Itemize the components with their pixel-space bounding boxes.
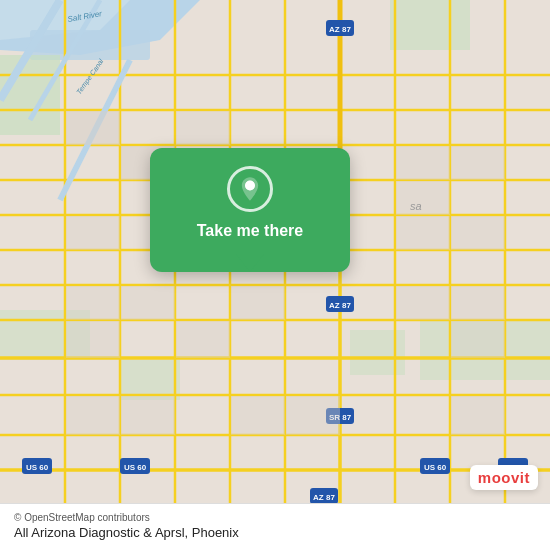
svg-rect-63 <box>451 216 505 250</box>
svg-rect-8 <box>350 330 405 375</box>
location-pin-icon <box>227 166 273 212</box>
svg-rect-71 <box>451 321 505 358</box>
popup-arrow <box>236 254 264 272</box>
svg-rect-58 <box>451 146 505 180</box>
svg-rect-72 <box>66 396 120 435</box>
svg-rect-68 <box>451 286 505 320</box>
svg-text:US 60: US 60 <box>424 463 447 472</box>
svg-rect-4 <box>0 55 60 135</box>
svg-rect-74 <box>231 396 285 435</box>
svg-text:AZ 87: AZ 87 <box>329 25 351 34</box>
svg-rect-66 <box>231 286 285 320</box>
map-container: AZ 87 AZ 87 SR 87 US 60 US 60 US 60 US 6… <box>0 0 550 550</box>
svg-rect-73 <box>121 396 175 435</box>
svg-rect-57 <box>396 146 450 180</box>
copyright-text: © OpenStreetMap contributors <box>14 512 536 523</box>
svg-text:AZ 87: AZ 87 <box>313 493 335 502</box>
svg-rect-60 <box>66 216 120 250</box>
svg-rect-53 <box>66 111 120 145</box>
moovit-logo: moovit <box>470 465 538 490</box>
svg-text:US 60: US 60 <box>26 463 49 472</box>
svg-rect-65 <box>121 286 175 320</box>
svg-text:sa: sa <box>410 200 422 212</box>
svg-rect-55 <box>176 111 230 145</box>
svg-rect-76 <box>451 396 505 435</box>
popup-card[interactable]: Take me there <box>150 148 350 272</box>
svg-rect-67 <box>396 286 450 320</box>
svg-rect-75 <box>286 396 340 435</box>
moovit-label: moovit <box>478 469 530 486</box>
svg-text:AZ 87: AZ 87 <box>329 301 351 310</box>
take-me-there-button[interactable]: Take me there <box>197 222 303 240</box>
svg-text:US 60: US 60 <box>124 463 147 472</box>
map-background: AZ 87 AZ 87 SR 87 US 60 US 60 US 60 US 6… <box>0 0 550 550</box>
bottom-bar: © OpenStreetMap contributors All Arizona… <box>0 503 550 550</box>
svg-rect-62 <box>396 216 450 250</box>
svg-rect-59 <box>396 181 450 215</box>
svg-rect-70 <box>176 321 230 358</box>
svg-rect-5 <box>390 0 470 50</box>
svg-rect-64 <box>66 286 120 320</box>
location-name: All Arizona Diagnostic & Aprsl, Phoenix <box>14 525 536 540</box>
svg-rect-69 <box>66 321 120 358</box>
